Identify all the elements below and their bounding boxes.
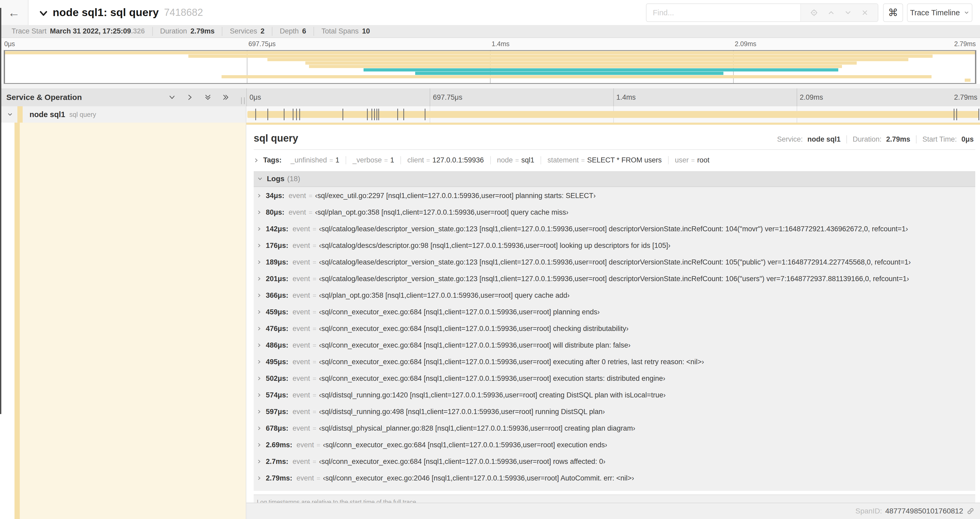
log-marker-tick[interactable] [284,109,285,120]
log-row[interactable]: 476μs: event = ‹sql/conn_executor_exec.g… [254,325,975,341]
chevron-right-icon[interactable] [257,227,262,231]
minimap-left-drag-handle[interactable] [4,51,5,83]
chevron-right-icon[interactable] [257,359,262,364]
find-next-icon[interactable] [844,9,852,17]
logs-section: Logs (18) 34μs: event = [254,171,975,503]
tag-key: user [675,156,689,164]
log-marker-tick[interactable] [954,109,955,120]
log-row[interactable]: 2.79ms: event = ‹sql/conn_executor_exec.… [254,474,975,491]
span-timeline-track[interactable] [246,106,980,123]
expand-all-icon[interactable] [222,94,229,101]
find-input[interactable] [646,4,800,21]
log-marker-tick[interactable] [374,109,375,120]
span-collapse-chevron-icon[interactable] [7,111,13,118]
log-row[interactable]: 486μs: event = ‹sql/conn_executor_exec.g… [254,341,975,358]
left-scrollbar[interactable] [0,8,1,414]
log-marker-tick[interactable] [342,109,343,120]
log-row[interactable]: 201μs: event = ‹sql/catalog/lease/descri… [254,275,975,291]
chevron-right-icon[interactable] [257,426,262,431]
collapse-one-icon[interactable] [168,94,176,101]
log-marker-tick[interactable] [978,109,979,120]
log-marker-tick[interactable] [367,109,368,120]
locate-icon[interactable] [810,9,818,17]
chevron-right-icon[interactable] [257,193,262,198]
span-name-cell[interactable]: node sql1 sql query [0,106,246,123]
logs-header[interactable]: Logs (18) [254,171,975,187]
log-field-key: event [297,441,314,449]
chevron-right-icon[interactable] [257,293,262,298]
chevron-right-icon[interactable] [257,343,262,348]
log-marker-tick[interactable] [296,109,297,120]
log-row[interactable]: 2.69ms: event = ‹sql/conn_executor_exec.… [254,441,975,458]
chevron-right-icon[interactable] [257,409,262,414]
keyboard-shortcuts-button[interactable]: ⌘ [883,3,903,22]
column-resizer-grip[interactable] [241,97,245,104]
log-marker-tick[interactable] [377,109,377,120]
link-icon[interactable] [967,508,974,515]
log-field-value: ‹sql/conn_executor_exec.go:684 [nsql1,cl… [319,308,600,316]
chevron-right-icon[interactable] [257,243,262,248]
log-row[interactable]: 34μs: event = ‹sql/exec_util.go:2297 [ns… [254,192,975,208]
log-field-equals: = [309,209,312,216]
chevron-right-icon[interactable] [257,442,262,447]
back-arrow-icon: ← [8,6,20,20]
find-clear-icon[interactable] [861,9,869,16]
summary-label: Trace Start [11,27,47,35]
log-row[interactable]: 2.7ms: event = ‹sql/conn_executor_exec.g… [254,458,975,474]
log-marker-tick[interactable] [378,109,379,120]
log-marker-tick[interactable] [425,109,425,120]
log-row[interactable]: 678μs: event = ‹sql/distsql_physical_pla… [254,424,975,441]
find-prev-icon[interactable] [827,9,835,17]
chevron-right-icon[interactable] [257,310,262,315]
log-marker-tick[interactable] [956,109,957,120]
chevron-right-icon[interactable] [257,459,262,464]
log-row[interactable]: 502μs: event = ‹sql/conn_executor_exec.g… [254,374,975,391]
chevron-right-icon[interactable] [257,326,262,331]
chevron-down-icon[interactable] [258,176,262,181]
log-field-value: ‹sql/catalog/descs/descriptor.go:98 [nsq… [319,241,670,250]
tags-row[interactable]: Tags: _unfinished = 1 _verbose [246,150,980,170]
log-marker-tick[interactable] [397,109,398,120]
log-timestamp: 486μs: [266,341,288,350]
log-marker-tick[interactable] [293,109,293,120]
log-row[interactable]: 176μs: event = ‹sql/catalog/descs/descri… [254,241,975,258]
trace-view-dropdown[interactable]: Trace Timeline [907,3,972,22]
log-row[interactable]: 495μs: event = ‹sql/conn_executor_exec.g… [254,358,975,374]
back-button[interactable]: ← [0,0,29,26]
chevron-right-icon[interactable] [257,476,262,481]
chevron-right-icon[interactable] [257,376,262,381]
log-marker-tick[interactable] [371,109,372,120]
tag-item: client = 127.0.0.1:59936 [401,156,490,164]
chevron-right-icon[interactable] [254,158,259,163]
detail-meta: Service: node sql1 Duration: 2.79ms Star… [772,135,975,144]
log-marker-tick[interactable] [267,109,268,120]
log-timestamp: 574μs: [266,391,288,399]
log-field-key: event [289,192,306,200]
log-marker-tick[interactable] [255,109,256,120]
log-row[interactable]: 142μs: event = ‹sql/catalog/lease/descri… [254,225,975,241]
collapse-title-chevron-icon[interactable] [38,8,48,18]
timeline-header: Service & Operation 0μs 697.75μs 1. [0,88,980,107]
minimap-canvas[interactable] [4,50,976,84]
log-row[interactable]: 459μs: event = ‹sql/conn_executor_exec.g… [254,308,975,325]
log-field-value: ‹sql/conn_executor_exec.go:684 [nsql1,cl… [319,325,628,333]
log-field-key: event [293,374,310,383]
log-row[interactable]: 574μs: event = ‹sql/distsql_running.go:1… [254,391,975,408]
expand-one-icon[interactable] [186,94,194,101]
chevron-right-icon[interactable] [257,276,262,281]
log-row[interactable]: 189μs: event = ‹sql/catalog/lease/descri… [254,258,975,275]
log-row[interactable]: 597μs: event = ‹sql/distsql_running.go:4… [254,408,975,424]
chevron-right-icon[interactable] [257,260,262,265]
log-row[interactable]: 366μs: event = ‹sql/plan_opt.go:358 [nsq… [254,291,975,308]
log-row[interactable]: 80μs: event = ‹sql/plan_opt.go:358 [nsql… [254,208,975,225]
selected-row-highlight [20,123,246,519]
log-marker-tick[interactable] [299,109,300,120]
chevron-right-icon[interactable] [257,393,262,398]
log-marker-tick[interactable] [403,109,404,120]
log-field-key: event [297,474,314,482]
collapse-all-icon[interactable] [204,94,212,101]
minimap-right-drag-handle[interactable] [975,51,976,83]
log-field-equals: = [313,292,317,299]
chevron-right-icon[interactable] [257,210,262,215]
span-duration-bar[interactable] [247,111,979,118]
